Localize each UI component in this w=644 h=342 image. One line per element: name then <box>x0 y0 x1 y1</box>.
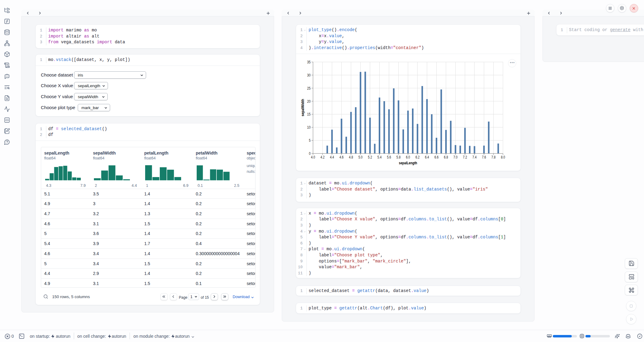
svg-text:25: 25 <box>307 86 311 91</box>
svg-text:4.4: 4.4 <box>330 155 334 159</box>
svg-text:7.2: 7.2 <box>463 155 467 159</box>
svg-text:20: 20 <box>307 99 311 103</box>
svg-text:5.0: 5.0 <box>358 155 363 159</box>
svg-text:4.6: 4.6 <box>339 155 344 159</box>
svg-text:10: 10 <box>307 125 311 130</box>
svg-text:15: 15 <box>307 112 311 116</box>
svg-text:30: 30 <box>307 73 311 77</box>
svg-text:7.6: 7.6 <box>482 155 486 159</box>
svg-text:4.2: 4.2 <box>320 155 324 159</box>
svg-text:4.0: 4.0 <box>311 155 315 159</box>
svg-text:5: 5 <box>309 138 311 143</box>
svg-text:5.4: 5.4 <box>377 155 381 159</box>
svg-text:0: 0 <box>309 151 311 156</box>
svg-text:7.8: 7.8 <box>491 155 496 159</box>
svg-text:6.2: 6.2 <box>415 155 420 159</box>
svg-text:6.0: 6.0 <box>406 155 410 159</box>
svg-text:7.0: 7.0 <box>453 155 458 159</box>
svg-text:sepalLength: sepalLength <box>399 161 417 165</box>
svg-text:6.4: 6.4 <box>425 155 429 159</box>
svg-text:5.6: 5.6 <box>387 155 391 159</box>
svg-text:6.8: 6.8 <box>444 155 448 159</box>
svg-text:5.2: 5.2 <box>368 155 372 159</box>
svg-text:8.0: 8.0 <box>501 155 505 159</box>
svg-text:7.4: 7.4 <box>472 155 477 159</box>
svg-text:35: 35 <box>307 60 311 64</box>
svg-text:sepalWidth: sepalWidth <box>300 99 305 116</box>
svg-text:5.8: 5.8 <box>396 155 401 159</box>
svg-text:4.8: 4.8 <box>349 155 353 159</box>
svg-text:6.6: 6.6 <box>434 155 438 159</box>
